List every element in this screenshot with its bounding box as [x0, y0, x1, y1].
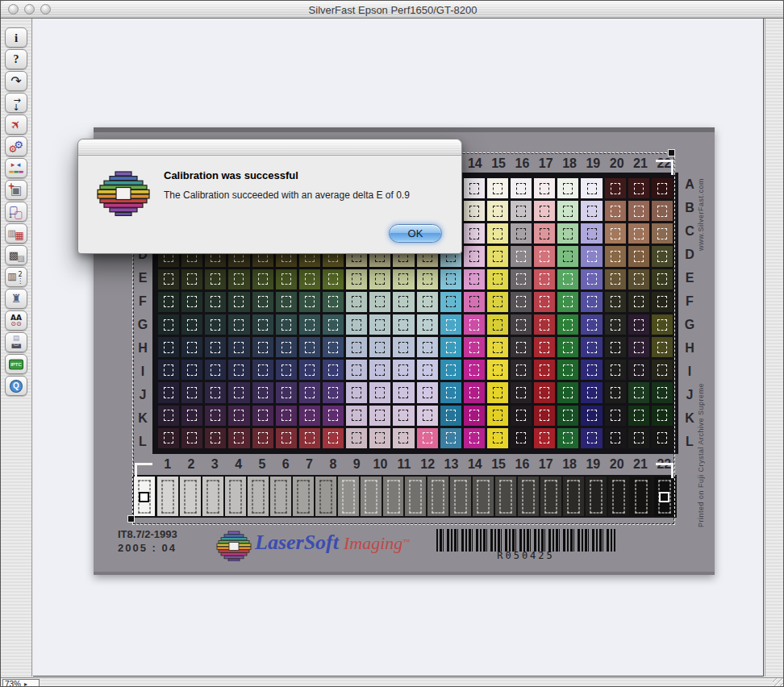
iptc-tool[interactable]: IPTC	[5, 354, 27, 374]
dialog-title: Calibration was successful	[164, 169, 298, 181]
help-tool[interactable]: ?	[5, 49, 27, 69]
row-letter: D	[685, 248, 694, 262]
flip-tool[interactable]: →↓	[5, 93, 27, 113]
resize-grip[interactable]	[773, 678, 784, 687]
quicktime-tool[interactable]: Q	[5, 376, 27, 396]
window-titlebar: SilverFast Epson Perf1650/GT-8200	[1, 1, 784, 19]
card-bottom-edge	[94, 572, 715, 575]
gradation-tool-icon: ▸	[11, 160, 15, 168]
row-letter: L	[686, 435, 694, 449]
zoom-level-button[interactable]: 73% ▸	[2, 679, 40, 687]
frame-add-tool-icon: +	[8, 182, 15, 190]
lasersoft-wordmark: LaserSoftImaging™	[255, 531, 410, 555]
marquee-handle-top-right[interactable]	[668, 149, 675, 156]
settings-tool-icon: ⚙	[14, 139, 23, 149]
rotate-tool-icon: ↷	[10, 75, 21, 88]
ok-button[interactable]: OK	[389, 224, 442, 243]
tool-palette: i?↷→↓✈⚙⚙▸◂▬▬▬▣+▢▢1▤▦▩▨▤2⋮♜AA⊙⊙▤▬▭IPTCQ	[1, 19, 32, 677]
print-tool-icon: ▭	[14, 341, 19, 347]
row-letter: K	[685, 411, 694, 426]
flip-tool-icon: ↓	[12, 102, 19, 111]
side-text-silverfast-url: www.SilverFast.com	[697, 158, 705, 251]
marquee-handle-bottom-left[interactable]	[127, 515, 135, 523]
frame-add-tool[interactable]: ▣+	[5, 180, 27, 200]
clone-stamp-tool-icon: ♜	[11, 293, 22, 304]
gradation-tool-icon: ▬	[19, 169, 24, 174]
row-letter: J	[686, 388, 694, 402]
window-title: SilverFast Epson Perf1650/GT-8200	[1, 4, 784, 16]
row-letter: F	[686, 294, 694, 309]
row-letter: A	[685, 177, 694, 192]
dialog-titlebar[interactable]	[78, 139, 461, 156]
quicktime-tool-icon: Q	[10, 380, 23, 393]
it8-date: 2005 : 04	[118, 542, 177, 556]
frame-copy-tool[interactable]: ▢▢1	[5, 202, 27, 222]
info-tool[interactable]: i	[5, 27, 27, 48]
brand-secondary: Imaging	[344, 533, 402, 553]
brand-trademark: ™	[402, 538, 410, 546]
print-tool[interactable]: ▤▬▭	[5, 332, 27, 352]
row-letter: G	[685, 318, 694, 332]
barcode-text: R050425	[436, 550, 615, 561]
frame-number-tool-icon: ⋮	[17, 278, 23, 285]
text-recognition-tool-icon: ⊙⊙	[10, 321, 21, 327]
silverfast-window: SilverFast Epson Perf1650/GT-8200 i?↷→↓✈…	[0, 0, 784, 687]
gradation-tool-icon: ◂	[17, 160, 21, 168]
frame-bracket-bottom-left	[135, 463, 152, 478]
frame-number-tool[interactable]: ▤2⋮	[5, 267, 27, 287]
gradation-tool[interactable]: ▸◂▬▬▬	[5, 158, 27, 178]
info-tool-icon: i	[15, 31, 18, 44]
frame-bracket-top-right	[656, 160, 673, 175]
zoom-level-value: 73%	[5, 680, 21, 687]
iptc-tool-icon: IPTC	[9, 359, 23, 369]
frame-copy-tool-icon: 1	[9, 213, 12, 219]
ok-button-label: OK	[408, 227, 423, 239]
settings-tool[interactable]: ⚙⚙	[5, 136, 27, 156]
dialog-message: The Calibration succeeded with an averag…	[164, 189, 410, 201]
right-gutter	[765, 19, 784, 677]
descreen-tool-icon: ▨	[17, 255, 24, 263]
scanpilot-tool-icon: ✈	[8, 117, 24, 133]
descreen-tool[interactable]: ▩▨	[5, 245, 27, 265]
card-top-edge	[94, 127, 715, 132]
calibration-dialog: Calibration was successful The Calibrati…	[77, 139, 462, 254]
row-letter: C	[685, 224, 694, 239]
side-text-paper-type: Printed on Fuji Crystal Archive Supreme	[697, 358, 705, 527]
silverfast-logo-icon	[96, 170, 151, 217]
frame-copy-tool-icon: ▢	[14, 210, 23, 219]
it8-standard: IT8.7/2-1993	[118, 528, 177, 542]
lasersoft-logo-icon	[216, 531, 252, 561]
brand-primary: LaserSoft	[255, 531, 339, 554]
it8-standard-label: IT8.7/2-1993 2005 : 04	[118, 528, 177, 556]
dialog-body: Calibration was successful The Calibrati…	[78, 156, 461, 253]
row-letters-right: ABCDEFGHIJKL	[681, 173, 699, 454]
text-recognition-tool[interactable]: AA⊙⊙	[5, 310, 27, 331]
row-letter: E	[686, 271, 694, 285]
frame-delete-tool[interactable]: ▤▦	[5, 223, 27, 244]
row-letter: B	[685, 201, 694, 215]
help-tool-icon: ?	[14, 54, 19, 65]
preview-canvas[interactable]: 12345678910111213141516171819202122 1234…	[33, 19, 764, 677]
row-letter: H	[685, 341, 694, 356]
clone-stamp-tool[interactable]: ♜	[5, 289, 27, 309]
rotate-tool[interactable]: ↷	[5, 71, 27, 91]
zoom-menu-arrow-icon: ▸	[24, 681, 27, 687]
scanpilot-tool[interactable]: ✈	[5, 114, 27, 135]
frame-delete-tool-icon: ▦	[15, 231, 23, 240]
barcode	[436, 529, 615, 552]
status-bar: 73% ▸	[1, 677, 784, 687]
frame-bracket-bottom-right	[656, 463, 673, 478]
row-letter: I	[688, 364, 691, 379]
